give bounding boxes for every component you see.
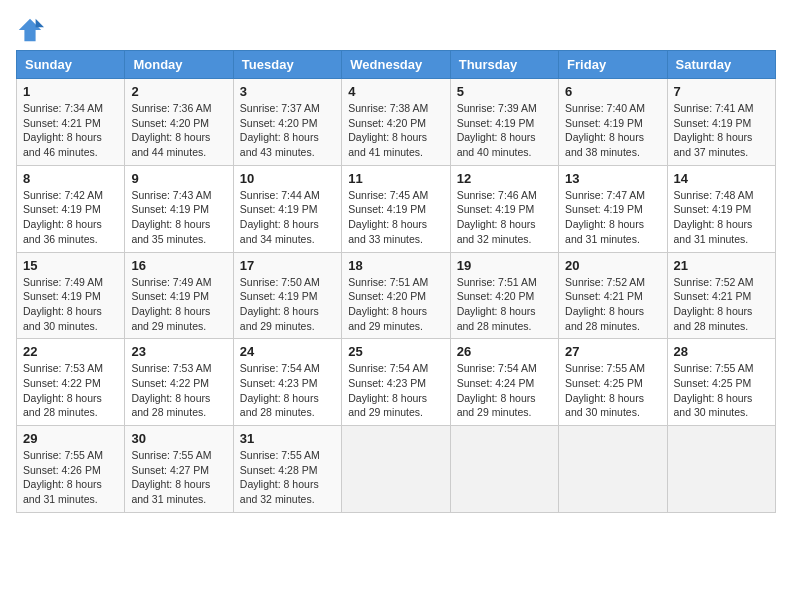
day-info: Sunrise: 7:55 AM Sunset: 4:27 PM Dayligh… [131,448,226,507]
day-info: Sunrise: 7:36 AM Sunset: 4:20 PM Dayligh… [131,101,226,160]
calendar-day-cell: 24 Sunrise: 7:54 AM Sunset: 4:23 PM Dayl… [233,339,341,426]
day-number: 12 [457,171,552,186]
day-info: Sunrise: 7:43 AM Sunset: 4:19 PM Dayligh… [131,188,226,247]
calendar-day-cell: 7 Sunrise: 7:41 AM Sunset: 4:19 PM Dayli… [667,79,775,166]
day-info: Sunrise: 7:37 AM Sunset: 4:20 PM Dayligh… [240,101,335,160]
calendar-day-cell: 13 Sunrise: 7:47 AM Sunset: 4:19 PM Dayl… [559,165,667,252]
calendar-day-cell: 21 Sunrise: 7:52 AM Sunset: 4:21 PM Dayl… [667,252,775,339]
svg-marker-1 [36,19,44,27]
calendar-day-cell: 30 Sunrise: 7:55 AM Sunset: 4:27 PM Dayl… [125,426,233,513]
calendar-header-row: SundayMondayTuesdayWednesdayThursdayFrid… [17,51,776,79]
page-header [16,16,776,44]
day-header-sunday: Sunday [17,51,125,79]
calendar-day-cell: 15 Sunrise: 7:49 AM Sunset: 4:19 PM Dayl… [17,252,125,339]
day-info: Sunrise: 7:54 AM Sunset: 4:23 PM Dayligh… [240,361,335,420]
calendar-week-row: 22 Sunrise: 7:53 AM Sunset: 4:22 PM Dayl… [17,339,776,426]
calendar-day-cell: 6 Sunrise: 7:40 AM Sunset: 4:19 PM Dayli… [559,79,667,166]
day-number: 22 [23,344,118,359]
calendar-day-cell: 18 Sunrise: 7:51 AM Sunset: 4:20 PM Dayl… [342,252,450,339]
day-info: Sunrise: 7:45 AM Sunset: 4:19 PM Dayligh… [348,188,443,247]
day-info: Sunrise: 7:53 AM Sunset: 4:22 PM Dayligh… [131,361,226,420]
day-number: 28 [674,344,769,359]
day-number: 30 [131,431,226,446]
day-info: Sunrise: 7:51 AM Sunset: 4:20 PM Dayligh… [457,275,552,334]
day-info: Sunrise: 7:48 AM Sunset: 4:19 PM Dayligh… [674,188,769,247]
day-info: Sunrise: 7:47 AM Sunset: 4:19 PM Dayligh… [565,188,660,247]
calendar-day-cell: 31 Sunrise: 7:55 AM Sunset: 4:28 PM Dayl… [233,426,341,513]
calendar-day-cell: 1 Sunrise: 7:34 AM Sunset: 4:21 PM Dayli… [17,79,125,166]
calendar-day-cell: 22 Sunrise: 7:53 AM Sunset: 4:22 PM Dayl… [17,339,125,426]
day-header-monday: Monday [125,51,233,79]
day-info: Sunrise: 7:55 AM Sunset: 4:25 PM Dayligh… [565,361,660,420]
day-info: Sunrise: 7:34 AM Sunset: 4:21 PM Dayligh… [23,101,118,160]
calendar-day-cell: 3 Sunrise: 7:37 AM Sunset: 4:20 PM Dayli… [233,79,341,166]
calendar-day-cell: 20 Sunrise: 7:52 AM Sunset: 4:21 PM Dayl… [559,252,667,339]
calendar-table: SundayMondayTuesdayWednesdayThursdayFrid… [16,50,776,513]
day-number: 15 [23,258,118,273]
day-info: Sunrise: 7:50 AM Sunset: 4:19 PM Dayligh… [240,275,335,334]
calendar-day-cell: 12 Sunrise: 7:46 AM Sunset: 4:19 PM Dayl… [450,165,558,252]
day-number: 6 [565,84,660,99]
calendar-day-cell: 16 Sunrise: 7:49 AM Sunset: 4:19 PM Dayl… [125,252,233,339]
day-number: 18 [348,258,443,273]
day-info: Sunrise: 7:54 AM Sunset: 4:23 PM Dayligh… [348,361,443,420]
calendar-day-cell [667,426,775,513]
day-info: Sunrise: 7:52 AM Sunset: 4:21 PM Dayligh… [674,275,769,334]
calendar-day-cell: 19 Sunrise: 7:51 AM Sunset: 4:20 PM Dayl… [450,252,558,339]
day-info: Sunrise: 7:53 AM Sunset: 4:22 PM Dayligh… [23,361,118,420]
day-number: 8 [23,171,118,186]
day-info: Sunrise: 7:55 AM Sunset: 4:28 PM Dayligh… [240,448,335,507]
calendar-day-cell: 10 Sunrise: 7:44 AM Sunset: 4:19 PM Dayl… [233,165,341,252]
calendar-day-cell: 14 Sunrise: 7:48 AM Sunset: 4:19 PM Dayl… [667,165,775,252]
calendar-day-cell: 25 Sunrise: 7:54 AM Sunset: 4:23 PM Dayl… [342,339,450,426]
day-number: 9 [131,171,226,186]
day-info: Sunrise: 7:54 AM Sunset: 4:24 PM Dayligh… [457,361,552,420]
day-number: 26 [457,344,552,359]
calendar-day-cell [559,426,667,513]
day-info: Sunrise: 7:38 AM Sunset: 4:20 PM Dayligh… [348,101,443,160]
day-info: Sunrise: 7:39 AM Sunset: 4:19 PM Dayligh… [457,101,552,160]
day-info: Sunrise: 7:49 AM Sunset: 4:19 PM Dayligh… [131,275,226,334]
calendar-day-cell: 5 Sunrise: 7:39 AM Sunset: 4:19 PM Dayli… [450,79,558,166]
day-number: 10 [240,171,335,186]
logo [16,16,48,44]
day-number: 29 [23,431,118,446]
day-number: 1 [23,84,118,99]
calendar-day-cell: 29 Sunrise: 7:55 AM Sunset: 4:26 PM Dayl… [17,426,125,513]
calendar-day-cell: 27 Sunrise: 7:55 AM Sunset: 4:25 PM Dayl… [559,339,667,426]
day-info: Sunrise: 7:52 AM Sunset: 4:21 PM Dayligh… [565,275,660,334]
day-info: Sunrise: 7:44 AM Sunset: 4:19 PM Dayligh… [240,188,335,247]
calendar-day-cell [450,426,558,513]
calendar-day-cell: 11 Sunrise: 7:45 AM Sunset: 4:19 PM Dayl… [342,165,450,252]
day-header-friday: Friday [559,51,667,79]
calendar-day-cell: 4 Sunrise: 7:38 AM Sunset: 4:20 PM Dayli… [342,79,450,166]
day-number: 20 [565,258,660,273]
day-number: 16 [131,258,226,273]
day-number: 11 [348,171,443,186]
day-number: 21 [674,258,769,273]
day-number: 31 [240,431,335,446]
day-info: Sunrise: 7:41 AM Sunset: 4:19 PM Dayligh… [674,101,769,160]
day-number: 23 [131,344,226,359]
day-number: 13 [565,171,660,186]
calendar-week-row: 1 Sunrise: 7:34 AM Sunset: 4:21 PM Dayli… [17,79,776,166]
day-number: 5 [457,84,552,99]
calendar-day-cell: 17 Sunrise: 7:50 AM Sunset: 4:19 PM Dayl… [233,252,341,339]
calendar-day-cell: 9 Sunrise: 7:43 AM Sunset: 4:19 PM Dayli… [125,165,233,252]
day-header-saturday: Saturday [667,51,775,79]
day-header-wednesday: Wednesday [342,51,450,79]
day-info: Sunrise: 7:42 AM Sunset: 4:19 PM Dayligh… [23,188,118,247]
day-number: 17 [240,258,335,273]
day-info: Sunrise: 7:40 AM Sunset: 4:19 PM Dayligh… [565,101,660,160]
day-number: 14 [674,171,769,186]
day-info: Sunrise: 7:49 AM Sunset: 4:19 PM Dayligh… [23,275,118,334]
day-header-thursday: Thursday [450,51,558,79]
day-number: 4 [348,84,443,99]
calendar-day-cell [342,426,450,513]
day-number: 19 [457,258,552,273]
day-number: 25 [348,344,443,359]
calendar-week-row: 29 Sunrise: 7:55 AM Sunset: 4:26 PM Dayl… [17,426,776,513]
calendar-day-cell: 23 Sunrise: 7:53 AM Sunset: 4:22 PM Dayl… [125,339,233,426]
day-number: 2 [131,84,226,99]
day-info: Sunrise: 7:51 AM Sunset: 4:20 PM Dayligh… [348,275,443,334]
